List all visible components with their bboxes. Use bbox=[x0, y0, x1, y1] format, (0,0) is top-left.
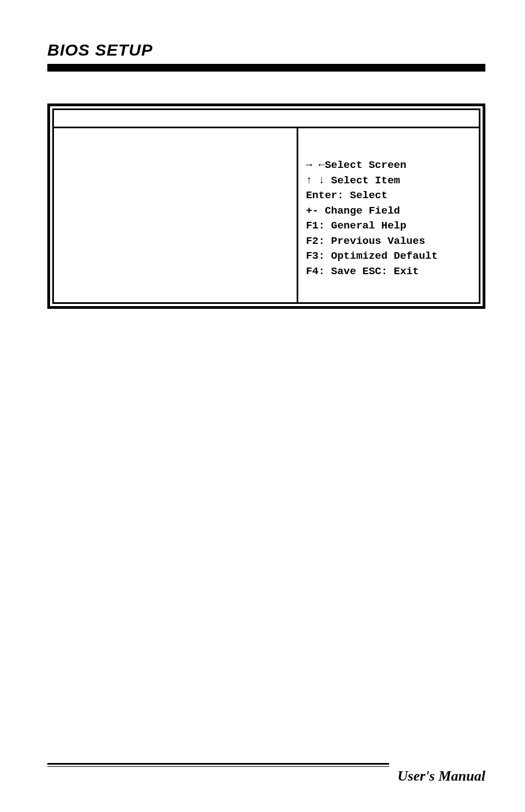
help-f4: F4: Save ESC: Exit bbox=[306, 264, 473, 280]
arrow-right-left-icon: → ← bbox=[306, 159, 325, 171]
bios-menu-bar bbox=[54, 110, 479, 128]
help-enter: Enter: Select bbox=[306, 188, 473, 204]
bios-body: → ←Select Screen ↑ ↓ Select Item Enter: … bbox=[54, 128, 479, 302]
help-select-item-label: Select Item bbox=[331, 175, 400, 187]
bios-screen-frame: → ←Select Screen ↑ ↓ Select Item Enter: … bbox=[47, 103, 485, 309]
help-f1: F1: General Help bbox=[306, 219, 473, 234]
bios-help-pane: → ←Select Screen ↑ ↓ Select Item Enter: … bbox=[298, 128, 479, 302]
help-f3: F3: Optimized Default bbox=[306, 249, 473, 264]
footer-text: User's Manual bbox=[47, 768, 485, 784]
page-footer: User's Manual bbox=[47, 763, 485, 784]
bios-main-pane bbox=[54, 128, 298, 302]
arrow-up-down-icon: ↑ ↓ bbox=[306, 175, 325, 187]
help-f2: F2: Previous Values bbox=[306, 234, 473, 249]
help-change-field: +- Change Field bbox=[306, 204, 473, 219]
footer-rule-thin bbox=[47, 766, 389, 767]
footer-rule bbox=[47, 763, 389, 765]
help-select-screen-label: Select Screen bbox=[325, 159, 406, 171]
section-title: BIOS SETUP bbox=[47, 41, 485, 59]
header-divider bbox=[47, 64, 485, 72]
page-header: BIOS SETUP bbox=[47, 41, 485, 72]
help-select-screen: → ←Select Screen bbox=[306, 158, 473, 173]
help-select-item: ↑ ↓ Select Item bbox=[306, 173, 473, 189]
bios-screen-inner: → ←Select Screen ↑ ↓ Select Item Enter: … bbox=[52, 108, 480, 304]
